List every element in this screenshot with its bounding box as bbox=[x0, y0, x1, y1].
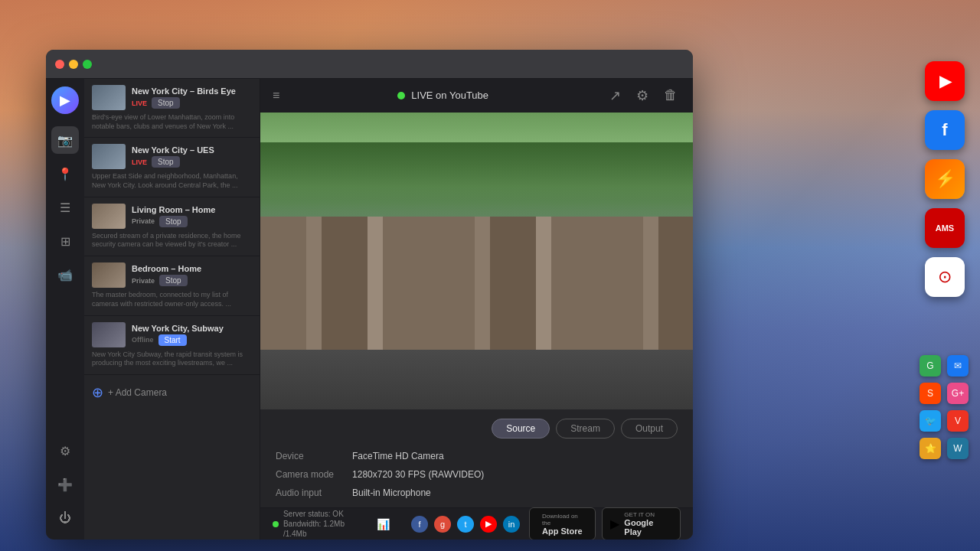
settings-button[interactable]: ⚙ bbox=[633, 84, 652, 107]
camera-status-1: LIVE bbox=[132, 158, 147, 166]
camera-thumb-3 bbox=[92, 262, 126, 288]
camera-stop-button-1[interactable]: Stop bbox=[152, 156, 180, 168]
ams-app-icon[interactable]: AMS bbox=[925, 208, 965, 248]
top-actions: ↗ ⚙ 🗑 bbox=[606, 84, 681, 107]
camera-stop-button-2[interactable]: Stop bbox=[159, 216, 188, 227]
menu-icon[interactable]: ≡ bbox=[273, 89, 279, 103]
youtube-social-icon[interactable]: ▶ bbox=[480, 516, 497, 533]
linkedin-social-icon[interactable]: in bbox=[503, 516, 520, 533]
mini-app-8[interactable]: W bbox=[947, 438, 969, 459]
camera-name-0: New York City – Birds Eye bbox=[132, 86, 252, 96]
bottom-panel: Source Stream Output Device FaceTime HD … bbox=[260, 409, 693, 507]
tab-source[interactable]: Source bbox=[492, 419, 550, 439]
target-app-icon[interactable]: ⊙ bbox=[925, 257, 965, 297]
server-status: Server status: OK Bandwidth: 1.2Mb /1.4M… bbox=[273, 509, 390, 539]
sidebar-video-icon[interactable]: 📹 bbox=[51, 261, 79, 289]
title-bar bbox=[46, 50, 693, 79]
camera-start-button-4[interactable]: Start bbox=[158, 334, 187, 346]
tab-output[interactable]: Output bbox=[621, 419, 678, 439]
camera-status-3: Private bbox=[132, 277, 155, 285]
camera-desc-2: Secured stream of a private residence, t… bbox=[92, 232, 252, 249]
device-label: Device bbox=[276, 451, 334, 461]
video-preview bbox=[260, 112, 693, 409]
right-panel: ≡ LIVE on YouTube ↗ ⚙ 🗑 bbox=[260, 79, 693, 540]
camera-status-0: LIVE bbox=[132, 99, 147, 107]
camera-name-1: New York City – UES bbox=[132, 145, 252, 155]
google-play-icon: ▶ bbox=[610, 517, 619, 531]
lightning-app-icon[interactable]: ⚡ bbox=[925, 159, 965, 199]
appstore-badge[interactable]: Download on the App Store bbox=[529, 507, 596, 540]
minimize-button[interactable] bbox=[69, 60, 78, 69]
sidebar-icons: ▶ 📷 📍 ☰ ⊞ 📹 ⚙ ➕ bbox=[46, 79, 84, 540]
tab-row: Source Stream Output bbox=[276, 419, 678, 439]
camera-item-subway[interactable]: New York City, Subway Offline Start New … bbox=[84, 316, 260, 375]
camera-name-4: New York City, Subway bbox=[132, 324, 252, 333]
top-bar: ≡ LIVE on YouTube ↗ ⚙ 🗑 bbox=[260, 79, 693, 112]
maximize-button[interactable] bbox=[83, 60, 92, 69]
social-icons: f g t ▶ in bbox=[411, 516, 520, 533]
close-button[interactable] bbox=[55, 60, 64, 69]
app-logo-icon[interactable]: ▶ bbox=[51, 86, 79, 114]
camera-item-birds-eye[interactable]: New York City – Birds Eye LIVE Stop Bird… bbox=[84, 79, 260, 138]
facebook-app-icon[interactable]: f bbox=[925, 110, 965, 150]
delete-button[interactable]: 🗑 bbox=[661, 84, 681, 107]
sidebar-settings-icon[interactable]: ⚙ bbox=[51, 437, 79, 465]
camera-stop-button-3[interactable]: Stop bbox=[159, 275, 188, 286]
add-camera-button[interactable]: ⊕ + Add Camera bbox=[84, 375, 260, 410]
camera-item-bedroom[interactable]: Bedroom – Home Private Stop The master b… bbox=[84, 256, 260, 315]
camera-desc-4: New York City Subway, the rapid transit … bbox=[92, 350, 252, 368]
youtube-app-icon[interactable]: ▶ bbox=[925, 61, 965, 101]
share-button[interactable]: ↗ bbox=[606, 84, 624, 107]
right-sidebar: ▶ f ⚡ AMS ⊙ bbox=[925, 61, 965, 297]
camera-status-2: Private bbox=[132, 217, 155, 225]
mini-app-4[interactable]: G+ bbox=[947, 383, 969, 404]
window-controls bbox=[55, 60, 92, 69]
camera-list: New York City – Birds Eye LIVE Stop Bird… bbox=[84, 79, 260, 540]
facebook-social-icon[interactable]: f bbox=[411, 516, 428, 533]
sidebar-list-icon[interactable]: ☰ bbox=[51, 194, 79, 221]
live-indicator: LIVE on YouTube bbox=[289, 90, 597, 101]
google-social-icon[interactable]: g bbox=[434, 516, 451, 533]
video-bg bbox=[260, 112, 693, 409]
camera-desc-1: Upper East Side and neighborhood, Manhat… bbox=[92, 172, 252, 190]
mini-app-7[interactable]: ⭐ bbox=[920, 438, 941, 459]
mini-app-3[interactable]: S bbox=[920, 383, 941, 404]
sidebar-location-icon[interactable]: 📍 bbox=[51, 160, 79, 187]
main-content: ▶ 📷 📍 ☰ ⊞ 📹 ⚙ ➕ bbox=[46, 79, 693, 540]
camera-desc-0: Bird's-eye view of Lower Manhattan, zoom… bbox=[92, 113, 252, 131]
footer: Server status: OK Bandwidth: 1.2Mb /1.4M… bbox=[260, 507, 693, 540]
camera-desc-3: The master bedroom, connected to my list… bbox=[92, 291, 252, 308]
source-info-grid: Device FaceTime HD Camera Camera mode 12… bbox=[276, 451, 678, 498]
camera-thumb-4 bbox=[92, 322, 126, 347]
camera-item-ues[interactable]: New York City – UES LIVE Stop Upper East… bbox=[84, 138, 260, 197]
camera-stop-button-0[interactable]: Stop bbox=[152, 97, 180, 109]
bandwidth-icon: 📊 bbox=[377, 518, 390, 530]
mini-app-2[interactable]: ✉ bbox=[947, 355, 969, 377]
camera-name-3: Bedroom – Home bbox=[132, 264, 252, 273]
mini-app-6[interactable]: V bbox=[947, 410, 969, 432]
camera-mode-value: 980x551 30 FPS (RAWVIDEO) bbox=[352, 469, 678, 480]
audio-input-label: Audio input bbox=[276, 487, 334, 498]
live-dot bbox=[397, 92, 405, 99]
camera-thumb-0 bbox=[92, 85, 126, 110]
camera-thumb-2 bbox=[92, 204, 126, 229]
camera-status-4: Offline bbox=[132, 336, 154, 344]
server-status-dot bbox=[273, 521, 279, 527]
tab-stream[interactable]: Stream bbox=[556, 419, 615, 439]
sidebar-power-icon[interactable]: ⏻ bbox=[51, 504, 79, 532]
mini-app-1[interactable]: G bbox=[920, 355, 941, 377]
google-play-badge[interactable]: ▶ GET IT ON Google Play bbox=[602, 507, 681, 540]
server-status-text: Server status: OK Bandwidth: 1.2Mb /1.4M… bbox=[283, 509, 369, 539]
sidebar-cameras-icon[interactable]: 📷 bbox=[51, 126, 79, 154]
road-layer bbox=[260, 350, 693, 409]
mini-apps-grid: G ✉ S G+ 🐦 V ⭐ W bbox=[920, 355, 969, 459]
audio-input-value: Built-in Microphone bbox=[352, 487, 678, 498]
twitter-social-icon[interactable]: t bbox=[457, 516, 474, 533]
store-badges: Download on the App Store ▶ GET IT ON Go… bbox=[529, 507, 681, 540]
sidebar-add-icon[interactable]: ➕ bbox=[51, 471, 79, 498]
mini-app-5[interactable]: 🐦 bbox=[920, 410, 941, 432]
sidebar-grid-icon[interactable]: ⊞ bbox=[51, 227, 79, 255]
camera-name-2: Living Room – Home bbox=[132, 205, 252, 214]
camera-item-living-room[interactable]: Living Room – Home Private Stop Secured … bbox=[84, 197, 260, 256]
camera-thumb-1 bbox=[92, 144, 126, 169]
